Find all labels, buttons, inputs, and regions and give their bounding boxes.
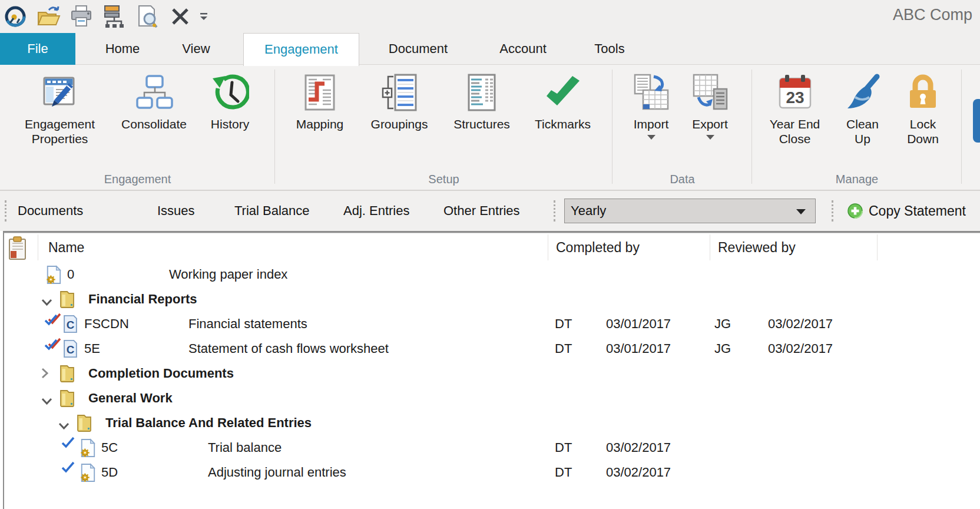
structures-button[interactable]: Structures (441, 72, 523, 131)
toolbar-link-other-entries[interactable]: Other Entries (443, 191, 520, 231)
engagement-properties-button[interactable]: Engagement Properties (9, 72, 111, 146)
history-button[interactable]: History (198, 72, 263, 131)
tree-row-document[interactable]: CFSCDNFinancial statementsDT03/01/2017JG… (4, 312, 980, 336)
tree-row-folder[interactable]: Trial Balance And Related Entries (4, 411, 980, 435)
plus-circle-icon (847, 203, 863, 219)
column-divider[interactable] (548, 234, 548, 260)
ribbon-group-label: Setup (275, 173, 612, 186)
tree-row-folder[interactable]: Completion Documents (4, 361, 980, 386)
tree-row-folder[interactable]: Financial Reports (4, 287, 980, 312)
tab-tools[interactable]: Tools (574, 33, 645, 65)
customize-toolbar-caret-icon[interactable] (196, 5, 212, 28)
tree-row-document[interactable]: C5EStatement of cash flows worksheetDT03… (4, 336, 980, 361)
toolbar-link-documents[interactable]: Documents (18, 191, 83, 231)
chevron-right-icon[interactable] (41, 367, 48, 382)
ribbon-group-engagement: Engagement Properties Consolidate Histor… (0, 65, 275, 190)
ribbon-group-setup: Mapping Groupings Structures Tickmarks (275, 65, 612, 190)
groupings-button[interactable]: Groupings (358, 72, 441, 131)
tickmarks-button[interactable]: Tickmarks (523, 72, 602, 131)
tab-account[interactable]: Account (476, 33, 570, 65)
checkmark-icon (44, 313, 62, 329)
mapping-button[interactable]: Mapping (282, 72, 358, 131)
folder-icon (59, 290, 75, 312)
ribbon-group-label: Engagement (0, 173, 275, 186)
toolbar-grip[interactable] (5, 200, 6, 222)
column-header-completed-by[interactable]: Completed by (556, 233, 640, 262)
ribbon-button-label: Lock Down (899, 117, 946, 146)
folder-icon (59, 389, 75, 411)
ribbon-button-label: Year End Close (763, 117, 827, 146)
toolbar-link-trial-balance[interactable]: Trial Balance (234, 191, 310, 231)
tab-home[interactable]: Home (87, 33, 158, 65)
tab-file[interactable]: File (0, 33, 75, 65)
toolbar-link-adj-entries[interactable]: Adj. Entries (343, 191, 410, 231)
svg-text:C: C (67, 319, 75, 331)
copy-statement-label: Copy Statement (869, 203, 966, 219)
consolidate-button[interactable]: Consolidate (111, 72, 198, 131)
column-header-reviewed-by[interactable]: Reviewed by (718, 233, 796, 262)
delete-icon[interactable] (167, 5, 193, 28)
ribbon-button-label: History (211, 117, 249, 131)
completed-by: DT (555, 435, 572, 460)
tree-row-document[interactable]: 0Working paper index (4, 262, 980, 287)
print-preview-icon[interactable] (134, 5, 160, 28)
toolbar-separator (832, 200, 833, 222)
view-toolbar: DocumentsIssuesTrial BalanceAdj. Entries… (0, 191, 980, 231)
chevron-down-icon[interactable] (58, 418, 69, 433)
doc-description: Adjusting journal entries (208, 460, 346, 485)
clean-up-button[interactable]: Clean Up (833, 72, 892, 146)
ribbon-button-label: Engagement Properties (9, 117, 111, 146)
lock-down-icon (903, 73, 942, 112)
caseview-document-icon: C (62, 315, 78, 337)
checkmark-icon (61, 461, 75, 477)
column-divider[interactable] (710, 234, 710, 260)
chevron-down-icon[interactable] (41, 294, 52, 309)
automatic-document-icon (80, 463, 96, 486)
period-selector-dropdown[interactable]: Yearly (564, 199, 816, 223)
export-button[interactable]: Export (681, 72, 740, 140)
documents-header-icon[interactable] (6, 235, 31, 263)
caseware-logo-icon[interactable] (2, 5, 28, 28)
automatic-document-icon (45, 265, 62, 288)
ribbon-button-label: Export (692, 117, 728, 131)
dropdown-caret-icon[interactable] (706, 135, 714, 140)
doc-number: FSCDN (84, 312, 129, 336)
tab-document[interactable]: Document (366, 33, 470, 65)
ribbon-button-label: Import (634, 117, 669, 131)
structures-icon (462, 73, 501, 112)
copy-statement-button[interactable]: Copy Statement (847, 199, 966, 223)
year-end-close-icon: 23 (776, 73, 815, 112)
tree-row-document[interactable]: 5CTrial balanceDT03/02/2017 (4, 435, 980, 460)
folder-name: Completion Documents (88, 361, 234, 386)
consolidate-icon (135, 73, 174, 112)
lock-down-button[interactable]: Lock Down (892, 72, 954, 146)
column-divider[interactable] (38, 234, 38, 260)
combo-arrow-icon (796, 209, 806, 214)
chevron-down-icon[interactable] (41, 393, 52, 408)
print-icon[interactable] (68, 5, 94, 28)
year-end-close-button[interactable]: 23 Year End Close (757, 72, 833, 146)
ribbon-group-label: Data (612, 173, 752, 186)
tree-row-document[interactable]: 5DAdjusting journal entriesDT03/02/2017 (4, 460, 980, 485)
clean-up-icon (843, 73, 882, 112)
tab-view[interactable]: View (161, 33, 231, 65)
document-tree: 0Working paper indexFinancial ReportsCFS… (4, 262, 980, 485)
completed-date: 03/02/2017 (606, 460, 671, 485)
ribbon-group-label: Manage (752, 173, 962, 186)
ribbon-button-label: Structures (453, 117, 510, 131)
column-header-name[interactable]: Name (48, 233, 84, 262)
completed-date: 03/01/2017 (606, 336, 671, 361)
import-button[interactable]: Import (622, 72, 681, 140)
ribbon: Engagement Properties Consolidate Histor… (0, 65, 980, 191)
document-organizer-icon[interactable] (101, 5, 127, 28)
completed-date: 03/01/2017 (606, 312, 671, 336)
tree-row-folder[interactable]: General Work (4, 386, 980, 411)
ribbon-button-label: Mapping (296, 117, 344, 131)
dropdown-caret-icon[interactable] (647, 135, 655, 140)
ribbon-tab-bar: FileHomeViewEngagementDocumentAccountToo… (0, 33, 980, 65)
toolbar-link-issues[interactable]: Issues (157, 191, 195, 231)
open-file-icon[interactable] (35, 5, 61, 28)
tab-engagement[interactable]: Engagement (243, 33, 359, 66)
clipped-ribbon-button[interactable] (973, 99, 980, 143)
column-divider[interactable] (877, 234, 878, 260)
